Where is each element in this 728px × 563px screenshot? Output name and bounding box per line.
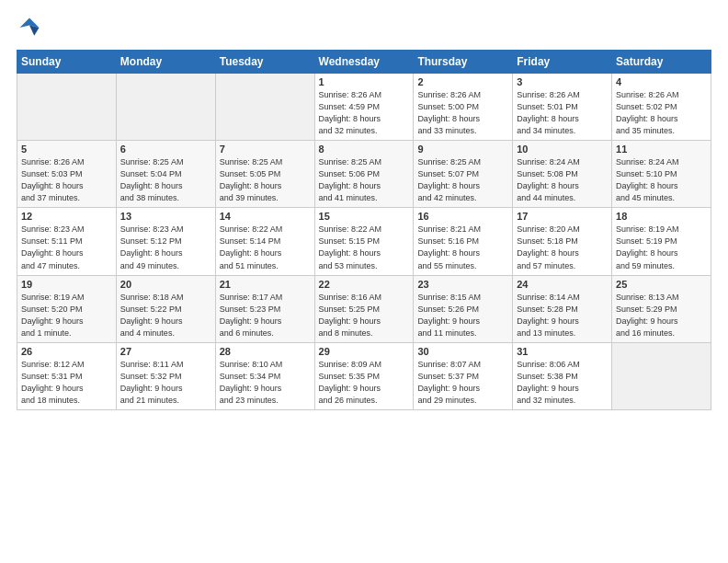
day-info: Sunrise: 8:16 AM Sunset: 5:25 PM Dayligh…: [319, 292, 410, 339]
logo: [17, 15, 46, 40]
calendar-cell: 3Sunrise: 8:26 AM Sunset: 5:01 PM Daylig…: [513, 74, 612, 141]
day-number: 30: [417, 346, 508, 357]
day-number: 1: [319, 76, 410, 87]
logo-icon: [17, 15, 42, 40]
day-info: Sunrise: 8:22 AM Sunset: 5:14 PM Dayligh…: [220, 224, 311, 271]
day-number: 28: [220, 346, 311, 357]
calendar-cell: 23Sunrise: 8:15 AM Sunset: 5:26 PM Dayli…: [414, 275, 513, 342]
day-number: 5: [21, 144, 112, 155]
day-number: 9: [417, 144, 508, 155]
calendar-cell: 15Sunrise: 8:22 AM Sunset: 5:15 PM Dayli…: [314, 208, 414, 275]
header: [17, 15, 711, 40]
calendar-cell: 5Sunrise: 8:26 AM Sunset: 5:03 PM Daylig…: [17, 141, 117, 208]
calendar-body: 1Sunrise: 8:26 AM Sunset: 4:59 PM Daylig…: [17, 74, 711, 410]
calendar-week-row: 19Sunrise: 8:19 AM Sunset: 5:20 PM Dayli…: [17, 275, 711, 342]
day-header: Wednesday: [314, 51, 414, 74]
calendar-cell: 8Sunrise: 8:25 AM Sunset: 5:06 PM Daylig…: [314, 141, 414, 208]
day-header: Monday: [116, 51, 215, 74]
day-number: 21: [220, 279, 311, 290]
calendar-cell: 1Sunrise: 8:26 AM Sunset: 4:59 PM Daylig…: [314, 74, 414, 141]
calendar-cell: 17Sunrise: 8:20 AM Sunset: 5:18 PM Dayli…: [513, 208, 612, 275]
calendar-cell: 9Sunrise: 8:25 AM Sunset: 5:07 PM Daylig…: [414, 141, 513, 208]
day-info: Sunrise: 8:22 AM Sunset: 5:15 PM Dayligh…: [319, 224, 410, 271]
day-number: 14: [220, 211, 311, 222]
day-info: Sunrise: 8:26 AM Sunset: 5:02 PM Dayligh…: [616, 89, 707, 137]
calendar-cell: 22Sunrise: 8:16 AM Sunset: 5:25 PM Dayli…: [314, 275, 414, 342]
day-info: Sunrise: 8:25 AM Sunset: 5:07 PM Dayligh…: [417, 156, 508, 204]
day-number: 16: [417, 211, 508, 222]
day-info: Sunrise: 8:07 AM Sunset: 5:37 PM Dayligh…: [417, 359, 508, 407]
day-number: 25: [616, 279, 707, 290]
calendar-cell: 29Sunrise: 8:09 AM Sunset: 5:35 PM Dayli…: [314, 342, 414, 409]
day-info: Sunrise: 8:06 AM Sunset: 5:38 PM Dayligh…: [517, 359, 608, 407]
day-number: 6: [120, 144, 211, 155]
calendar-cell: 10Sunrise: 8:24 AM Sunset: 5:08 PM Dayli…: [513, 141, 612, 208]
day-number: 18: [616, 211, 707, 222]
day-info: Sunrise: 8:23 AM Sunset: 5:12 PM Dayligh…: [120, 224, 211, 271]
day-number: 11: [616, 144, 707, 155]
calendar-cell: 2Sunrise: 8:26 AM Sunset: 5:00 PM Daylig…: [414, 74, 513, 141]
calendar-week-row: 26Sunrise: 8:12 AM Sunset: 5:31 PM Dayli…: [17, 342, 711, 409]
day-info: Sunrise: 8:19 AM Sunset: 5:19 PM Dayligh…: [616, 224, 707, 271]
day-header: Thursday: [414, 51, 513, 74]
day-header: Tuesday: [215, 51, 314, 74]
calendar-cell: 28Sunrise: 8:10 AM Sunset: 5:34 PM Dayli…: [215, 342, 314, 409]
day-number: 15: [319, 211, 410, 222]
day-info: Sunrise: 8:14 AM Sunset: 5:28 PM Dayligh…: [517, 292, 608, 339]
day-number: 12: [21, 211, 112, 222]
calendar-cell: 26Sunrise: 8:12 AM Sunset: 5:31 PM Dayli…: [17, 342, 117, 409]
day-info: Sunrise: 8:19 AM Sunset: 5:20 PM Dayligh…: [21, 292, 112, 339]
calendar: SundayMondayTuesdayWednesdayThursdayFrid…: [17, 50, 711, 410]
day-number: 7: [220, 144, 311, 155]
day-info: Sunrise: 8:26 AM Sunset: 5:01 PM Dayligh…: [517, 89, 608, 137]
calendar-cell: 21Sunrise: 8:17 AM Sunset: 5:23 PM Dayli…: [215, 275, 314, 342]
day-info: Sunrise: 8:18 AM Sunset: 5:22 PM Dayligh…: [120, 292, 211, 339]
calendar-cell: [17, 74, 117, 141]
day-number: 26: [21, 346, 112, 357]
calendar-cell: 7Sunrise: 8:25 AM Sunset: 5:05 PM Daylig…: [215, 141, 314, 208]
day-number: 2: [417, 76, 508, 87]
day-header: Saturday: [612, 51, 711, 74]
day-number: 29: [319, 346, 410, 357]
day-info: Sunrise: 8:25 AM Sunset: 5:04 PM Dayligh…: [120, 156, 211, 204]
day-info: Sunrise: 8:17 AM Sunset: 5:23 PM Dayligh…: [220, 292, 311, 339]
calendar-cell: 27Sunrise: 8:11 AM Sunset: 5:32 PM Dayli…: [116, 342, 215, 409]
day-info: Sunrise: 8:09 AM Sunset: 5:35 PM Dayligh…: [319, 359, 410, 407]
calendar-cell: 25Sunrise: 8:13 AM Sunset: 5:29 PM Dayli…: [612, 275, 711, 342]
day-header: Sunday: [17, 51, 117, 74]
calendar-week-row: 12Sunrise: 8:23 AM Sunset: 5:11 PM Dayli…: [17, 208, 711, 275]
day-number: 23: [417, 279, 508, 290]
day-info: Sunrise: 8:24 AM Sunset: 5:10 PM Dayligh…: [616, 156, 707, 204]
day-info: Sunrise: 8:20 AM Sunset: 5:18 PM Dayligh…: [517, 224, 608, 271]
day-info: Sunrise: 8:26 AM Sunset: 5:03 PM Dayligh…: [21, 156, 112, 204]
day-number: 4: [616, 76, 707, 87]
day-info: Sunrise: 8:24 AM Sunset: 5:08 PM Dayligh…: [517, 156, 608, 204]
calendar-cell: 20Sunrise: 8:18 AM Sunset: 5:22 PM Dayli…: [116, 275, 215, 342]
day-info: Sunrise: 8:21 AM Sunset: 5:16 PM Dayligh…: [417, 224, 508, 271]
calendar-cell: 18Sunrise: 8:19 AM Sunset: 5:19 PM Dayli…: [612, 208, 711, 275]
day-number: 10: [517, 144, 608, 155]
day-number: 24: [517, 279, 608, 290]
day-info: Sunrise: 8:26 AM Sunset: 5:00 PM Dayligh…: [417, 89, 508, 137]
day-number: 17: [517, 211, 608, 222]
svg-marker-0: [20, 18, 40, 29]
calendar-week-row: 1Sunrise: 8:26 AM Sunset: 4:59 PM Daylig…: [17, 74, 711, 141]
calendar-cell: 6Sunrise: 8:25 AM Sunset: 5:04 PM Daylig…: [116, 141, 215, 208]
calendar-cell: 16Sunrise: 8:21 AM Sunset: 5:16 PM Dayli…: [414, 208, 513, 275]
day-info: Sunrise: 8:26 AM Sunset: 4:59 PM Dayligh…: [319, 89, 410, 137]
calendar-cell: 30Sunrise: 8:07 AM Sunset: 5:37 PM Dayli…: [414, 342, 513, 409]
day-info: Sunrise: 8:15 AM Sunset: 5:26 PM Dayligh…: [417, 292, 508, 339]
calendar-cell: [612, 342, 711, 409]
calendar-cell: [215, 74, 314, 141]
day-number: 13: [120, 211, 211, 222]
calendar-cell: 24Sunrise: 8:14 AM Sunset: 5:28 PM Dayli…: [513, 275, 612, 342]
day-number: 27: [120, 346, 211, 357]
day-number: 8: [319, 144, 410, 155]
page: SundayMondayTuesdayWednesdayThursdayFrid…: [0, 0, 728, 563]
day-number: 31: [517, 346, 608, 357]
day-number: 20: [120, 279, 211, 290]
calendar-week-row: 5Sunrise: 8:26 AM Sunset: 5:03 PM Daylig…: [17, 141, 711, 208]
calendar-header-row: SundayMondayTuesdayWednesdayThursdayFrid…: [17, 51, 711, 74]
day-number: 19: [21, 279, 112, 290]
day-header: Friday: [513, 51, 612, 74]
